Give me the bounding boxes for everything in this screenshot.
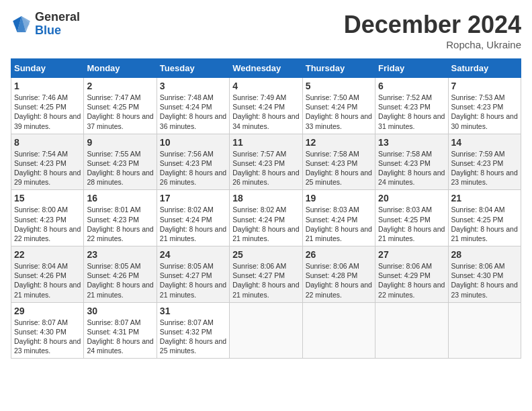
day-of-week-header: Saturday (448, 59, 521, 78)
calendar-day-cell: 12Sunrise: 7:58 AMSunset: 4:23 PMDayligh… (302, 134, 375, 190)
calendar-day-cell: 25Sunrise: 8:06 AMSunset: 4:27 PMDayligh… (230, 246, 302, 303)
title-block: December 2024 Ropcha, Ukraine (344, 11, 521, 50)
location-subtitle: Ropcha, Ukraine (344, 39, 521, 50)
calendar-day-cell: 24Sunrise: 8:05 AMSunset: 4:27 PMDayligh… (157, 246, 229, 303)
calendar-header-row: SundayMondayTuesdayWednesdayThursdayFrid… (11, 59, 521, 78)
day-number: 6 (378, 81, 445, 91)
calendar-day-cell (302, 302, 375, 359)
calendar-week-row: 8Sunrise: 7:54 AMSunset: 4:23 PMDaylight… (11, 134, 521, 190)
calendar-day-cell: 28Sunrise: 8:06 AMSunset: 4:30 PMDayligh… (448, 246, 521, 303)
day-number: 17 (160, 193, 226, 203)
calendar-day-cell: 30Sunrise: 8:07 AMSunset: 4:31 PMDayligh… (84, 302, 157, 359)
day-info: Sunrise: 7:48 AMSunset: 4:24 PMDaylight:… (160, 93, 226, 131)
day-info: Sunrise: 7:56 AMSunset: 4:23 PMDaylight:… (160, 149, 226, 187)
day-number: 25 (232, 249, 299, 260)
day-info: Sunrise: 7:47 AMSunset: 4:25 PMDaylight:… (87, 93, 153, 131)
day-info: Sunrise: 8:01 AMSunset: 4:23 PMDaylight:… (87, 205, 153, 243)
calendar-day-cell: 10Sunrise: 7:56 AMSunset: 4:23 PMDayligh… (157, 134, 229, 190)
calendar-day-cell: 26Sunrise: 8:06 AMSunset: 4:28 PMDayligh… (302, 246, 375, 303)
calendar-day-cell (230, 302, 302, 359)
calendar-day-cell: 19Sunrise: 8:03 AMSunset: 4:24 PMDayligh… (302, 190, 375, 246)
day-number: 9 (87, 137, 153, 148)
calendar-day-cell: 23Sunrise: 8:05 AMSunset: 4:26 PMDayligh… (84, 246, 157, 303)
day-info: Sunrise: 7:58 AMSunset: 4:23 PMDaylight:… (306, 149, 372, 187)
day-number: 14 (451, 137, 518, 148)
calendar-day-cell: 15Sunrise: 8:00 AMSunset: 4:23 PMDayligh… (11, 190, 84, 246)
day-of-week-header: Thursday (302, 59, 375, 78)
logo-icon (11, 13, 32, 35)
day-number: 4 (232, 81, 299, 91)
day-info: Sunrise: 7:59 AMSunset: 4:23 PMDaylight:… (451, 149, 518, 187)
page-header: General Blue December 2024 Ropcha, Ukrai… (11, 11, 521, 50)
day-number: 16 (87, 193, 153, 203)
day-info: Sunrise: 8:05 AMSunset: 4:27 PMDaylight:… (160, 261, 226, 300)
calendar-day-cell: 20Sunrise: 8:03 AMSunset: 4:25 PMDayligh… (375, 190, 448, 246)
logo-text: General Blue (35, 11, 80, 38)
day-info: Sunrise: 8:04 AMSunset: 4:25 PMDaylight:… (451, 205, 518, 243)
day-number: 22 (14, 249, 81, 260)
day-number: 20 (378, 193, 445, 203)
calendar-day-cell: 27Sunrise: 8:06 AMSunset: 4:29 PMDayligh… (375, 246, 448, 303)
calendar-week-row: 22Sunrise: 8:04 AMSunset: 4:26 PMDayligh… (11, 246, 521, 303)
day-number: 30 (87, 306, 153, 316)
day-number: 11 (232, 137, 299, 148)
calendar-day-cell: 9Sunrise: 7:55 AMSunset: 4:23 PMDaylight… (84, 134, 157, 190)
day-info: Sunrise: 8:03 AMSunset: 4:25 PMDaylight:… (378, 205, 445, 243)
calendar-week-row: 29Sunrise: 8:07 AMSunset: 4:30 PMDayligh… (11, 302, 521, 359)
day-info: Sunrise: 7:53 AMSunset: 4:23 PMDaylight:… (451, 93, 518, 131)
day-of-week-header: Monday (84, 59, 157, 78)
day-info: Sunrise: 8:06 AMSunset: 4:29 PMDaylight:… (378, 261, 445, 300)
day-info: Sunrise: 8:07 AMSunset: 4:31 PMDaylight:… (87, 318, 153, 356)
day-number: 28 (451, 249, 518, 260)
day-number: 24 (160, 249, 226, 260)
day-of-week-header: Tuesday (157, 59, 229, 78)
day-info: Sunrise: 8:03 AMSunset: 4:24 PMDaylight:… (306, 205, 372, 243)
day-number: 29 (14, 306, 81, 316)
calendar-day-cell: 22Sunrise: 8:04 AMSunset: 4:26 PMDayligh… (11, 246, 84, 303)
calendar-day-cell: 7Sunrise: 7:53 AMSunset: 4:23 PMDaylight… (448, 78, 521, 134)
day-info: Sunrise: 7:49 AMSunset: 4:24 PMDaylight:… (232, 93, 299, 131)
day-number: 1 (14, 81, 81, 91)
day-number: 23 (87, 249, 153, 260)
day-number: 27 (378, 249, 445, 260)
calendar-day-cell: 1Sunrise: 7:46 AMSunset: 4:25 PMDaylight… (11, 78, 84, 134)
calendar-day-cell: 16Sunrise: 8:01 AMSunset: 4:23 PMDayligh… (84, 190, 157, 246)
day-info: Sunrise: 8:07 AMSunset: 4:32 PMDaylight:… (160, 318, 226, 356)
day-number: 2 (87, 81, 153, 91)
calendar-day-cell: 5Sunrise: 7:50 AMSunset: 4:24 PMDaylight… (302, 78, 375, 134)
calendar-day-cell (448, 302, 521, 359)
day-number: 8 (14, 137, 81, 148)
calendar-day-cell: 17Sunrise: 8:02 AMSunset: 4:24 PMDayligh… (157, 190, 229, 246)
day-info: Sunrise: 8:00 AMSunset: 4:23 PMDaylight:… (14, 205, 81, 243)
calendar-day-cell: 13Sunrise: 7:58 AMSunset: 4:23 PMDayligh… (375, 134, 448, 190)
logo-blue: Blue (35, 24, 61, 37)
calendar-day-cell: 8Sunrise: 7:54 AMSunset: 4:23 PMDaylight… (11, 134, 84, 190)
day-number: 12 (306, 137, 372, 148)
logo-general: General (35, 10, 80, 24)
day-number: 10 (160, 137, 226, 148)
day-number: 19 (306, 193, 372, 203)
calendar-day-cell: 2Sunrise: 7:47 AMSunset: 4:25 PMDaylight… (84, 78, 157, 134)
calendar-day-cell: 31Sunrise: 8:07 AMSunset: 4:32 PMDayligh… (157, 302, 229, 359)
calendar-day-cell: 21Sunrise: 8:04 AMSunset: 4:25 PMDayligh… (448, 190, 521, 246)
calendar-day-cell: 14Sunrise: 7:59 AMSunset: 4:23 PMDayligh… (448, 134, 521, 190)
day-info: Sunrise: 7:57 AMSunset: 4:23 PMDaylight:… (232, 149, 299, 187)
day-number: 21 (451, 193, 518, 203)
day-of-week-header: Sunday (11, 59, 84, 78)
day-info: Sunrise: 8:06 AMSunset: 4:27 PMDaylight:… (232, 261, 299, 300)
calendar-day-cell (375, 302, 448, 359)
calendar-day-cell: 3Sunrise: 7:48 AMSunset: 4:24 PMDaylight… (157, 78, 229, 134)
day-info: Sunrise: 7:46 AMSunset: 4:25 PMDaylight:… (14, 93, 81, 131)
calendar-day-cell: 29Sunrise: 8:07 AMSunset: 4:30 PMDayligh… (11, 302, 84, 359)
month-title: December 2024 (344, 11, 521, 39)
day-of-week-header: Wednesday (230, 59, 302, 78)
day-info: Sunrise: 7:54 AMSunset: 4:23 PMDaylight:… (14, 149, 81, 187)
day-number: 13 (378, 137, 445, 148)
calendar-week-row: 15Sunrise: 8:00 AMSunset: 4:23 PMDayligh… (11, 190, 521, 246)
day-number: 18 (232, 193, 299, 203)
calendar-day-cell: 4Sunrise: 7:49 AMSunset: 4:24 PMDaylight… (230, 78, 302, 134)
day-number: 3 (160, 81, 226, 91)
day-info: Sunrise: 8:06 AMSunset: 4:30 PMDaylight:… (451, 261, 518, 300)
day-number: 5 (306, 81, 372, 91)
day-number: 26 (306, 249, 372, 260)
